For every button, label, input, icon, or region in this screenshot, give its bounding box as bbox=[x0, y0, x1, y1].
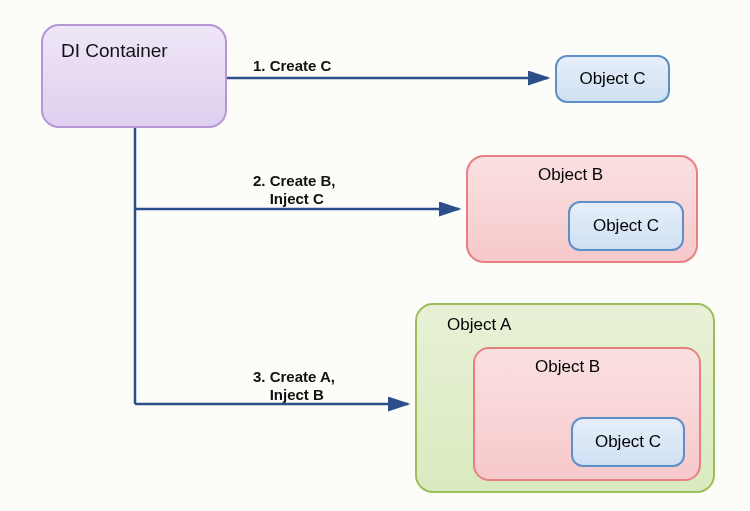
object-c-label-3: Object C bbox=[595, 432, 661, 452]
object-a-box: Object A Object B Object C bbox=[415, 303, 715, 493]
object-a-label: Object A bbox=[447, 315, 511, 335]
object-c-label-2: Object C bbox=[593, 216, 659, 236]
step-2-label: 2. Create B, Inject C bbox=[253, 172, 336, 208]
object-c-label-1: Object C bbox=[579, 69, 645, 89]
di-container-box: DI Container bbox=[41, 24, 227, 128]
object-c-box-2: Object C bbox=[568, 201, 684, 251]
object-c-box-3: Object C bbox=[571, 417, 685, 467]
step-1-label: 1. Create C bbox=[253, 57, 331, 75]
di-container-label: DI Container bbox=[61, 40, 168, 62]
diagram-canvas: DI Container 1. Create C 2. Create B, In… bbox=[0, 0, 750, 511]
object-b-box-1: Object B Object C bbox=[466, 155, 698, 263]
object-b-label-2: Object B bbox=[535, 357, 699, 377]
step-3-label: 3. Create A, Inject B bbox=[253, 368, 335, 404]
object-b-box-2: Object B Object C bbox=[473, 347, 701, 481]
object-c-box-1: Object C bbox=[555, 55, 670, 103]
object-b-label-1: Object B bbox=[538, 165, 603, 185]
